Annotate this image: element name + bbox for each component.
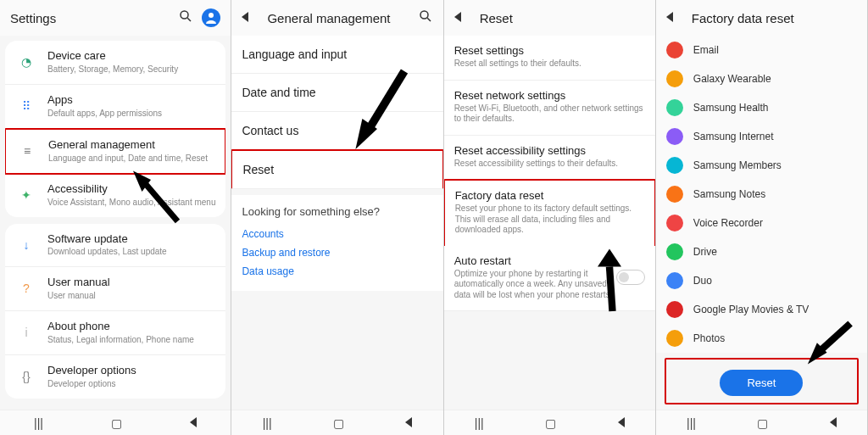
settings-item-device-care[interactable]: ◔Device careBattery, Storage, Memory, Se… [5,41,225,85]
header-title: General management [267,11,417,25]
settings-item-label: Accessibility [47,182,215,197]
app-name: Samsung Notes [693,188,765,200]
more-block: Looking for something else?AccountsBacku… [231,195,442,291]
back-icon[interactable] [454,10,470,25]
settings-item-apps[interactable]: ⠿AppsDefault apps, App permissions [5,85,225,129]
reset-item-label: Reset settings [454,44,645,57]
app-icon [666,157,683,174]
app-icon [666,272,683,289]
recents-button[interactable]: ||| [34,416,43,430]
settings-item-general-management[interactable]: ≡General managementLanguage and input, D… [5,128,225,175]
reset-item-label: Auto restart [454,254,616,267]
back-button[interactable] [190,416,197,430]
settings-item-texts: AppsDefault apps, App permissions [47,93,215,119]
settings-item-sub: Download updates, Last update [47,247,215,257]
home-button[interactable]: ▢ [757,416,768,430]
home-button[interactable]: ▢ [333,416,344,430]
app-icon [666,99,683,116]
app-name: Google Play Movies & TV [693,304,810,315]
reset-list: Reset settingsReset all settings to thei… [444,36,655,410]
settings-item-label: Developer options [47,364,215,378]
gm-item-reset[interactable]: Reset [231,149,442,189]
settings-item-user-manual[interactable]: ?User manualUser manual [5,267,225,311]
home-button[interactable]: ▢ [545,416,556,430]
app-item-samsung-internet: Samsung Internet [656,122,867,151]
link-data-usage[interactable]: Data usage [242,262,432,281]
reset-item-sub: Reset all settings to their defaults. [454,59,645,70]
app-item-drive: Drive [656,237,867,266]
reset-item-reset-network-settings[interactable]: Reset network settingsReset Wi-Fi, Bluet… [444,81,655,136]
reset-button-wrap: Reset [665,358,859,404]
header-title: Settings [10,11,178,25]
app-icon [666,243,683,260]
app-item-samsung-health: Samsung Health [656,93,867,122]
app-icon [666,301,683,318]
gm-item-language-and-input[interactable]: Language and input [231,36,442,74]
gm-item-date-and-time[interactable]: Date and time [231,74,442,112]
app-icon [666,42,683,59]
settings-item-texts: Software updateDownload updates, Last up… [47,232,215,258]
settings-item-icon: ✦ [15,184,37,206]
reset-item-sub: Reset your phone to its factory default … [455,204,644,236]
settings-item-icon: i [15,321,37,343]
toggle-switch[interactable] [616,270,645,285]
navigation-bar: ||| ▢ [444,410,655,435]
pane-reset: Reset Reset settingsReset all settings t… [444,0,656,435]
settings-item-sub: Developer options [47,379,215,389]
settings-item-label: About phone [47,320,215,334]
reset-item-reset-settings[interactable]: Reset settingsReset all settings to thei… [444,36,655,81]
search-icon[interactable] [178,8,193,27]
navigation-bar: ||| ▢ [231,410,442,435]
pane-factory-reset: Factory data reset EmailGalaxy WearableS… [656,0,868,435]
app-icon [666,215,683,231]
back-icon[interactable] [242,10,257,25]
back-button[interactable] [830,416,837,430]
home-button[interactable]: ▢ [111,416,122,430]
app-icon [666,128,683,145]
svg-point-2 [209,13,214,18]
recents-button[interactable]: ||| [263,416,272,430]
recents-button[interactable]: ||| [475,416,484,430]
app-icon [666,70,683,87]
reset-item-sub: Optimize your phone by restarting it aut… [454,269,616,301]
reset-item-sub: Reset accessibility settings to their de… [454,159,645,170]
back-button[interactable] [405,416,412,430]
app-name: Samsung Health [693,102,769,114]
more-title: Looking for something else? [242,205,432,218]
app-icon [666,186,683,203]
header-title: Reset [480,11,645,25]
settings-item-label: User manual [47,276,215,290]
settings-item-sub: Battery, Storage, Memory, Security [47,64,215,75]
back-button[interactable] [618,416,625,430]
settings-item-icon: ↓ [15,234,37,256]
reset-item-label: Factory data reset [455,189,644,202]
link-backup-and-restore[interactable]: Backup and restore [242,243,432,262]
pane-general-management: General management Language and inputDat… [231,0,443,435]
app-item-photos: Photos [656,324,867,353]
settings-item-texts: General managementLanguage and input, Da… [48,138,214,164]
back-icon[interactable] [666,10,682,25]
search-icon[interactable] [418,8,433,27]
app-list: EmailGalaxy WearableSamsung HealthSamsun… [656,36,867,353]
reset-item-reset-accessibility-settings[interactable]: Reset accessibility settingsReset access… [444,136,655,181]
settings-item-texts: About phoneStatus, Legal information, Ph… [47,320,215,345]
link-accounts[interactable]: Accounts [242,225,432,243]
settings-item-label: Device care [47,49,215,64]
app-item-galaxy-wearable: Galaxy Wearable [656,64,867,93]
app-item-voice-recorder: Voice Recorder [656,209,867,237]
header-title: Factory data reset [692,11,857,25]
profile-avatar[interactable] [202,8,220,27]
settings-item-sub: Default apps, App permissions [47,109,215,119]
gm-item-contact-us[interactable]: Contact us [231,112,442,150]
settings-item-about-phone[interactable]: iAbout phoneStatus, Legal information, P… [5,311,225,355]
reset-button[interactable]: Reset [720,370,803,396]
recents-button[interactable]: ||| [687,416,696,430]
settings-item-software-update[interactable]: ↓Software updateDownload updates, Last u… [5,224,225,268]
app-name: Photos [693,332,725,344]
header: Settings [0,0,231,36]
reset-item-auto-restart[interactable]: Auto restartOptimize your phone by resta… [444,246,655,312]
settings-item-accessibility[interactable]: ✦AccessibilityVoice Assistant, Mono audi… [5,174,225,217]
reset-item-factory-data-reset[interactable]: Factory data resetReset your phone to it… [444,179,655,247]
settings-item-icon: ? [15,277,37,299]
settings-item-developer-options[interactable]: {}Developer optionsDeveloper options [5,355,225,399]
